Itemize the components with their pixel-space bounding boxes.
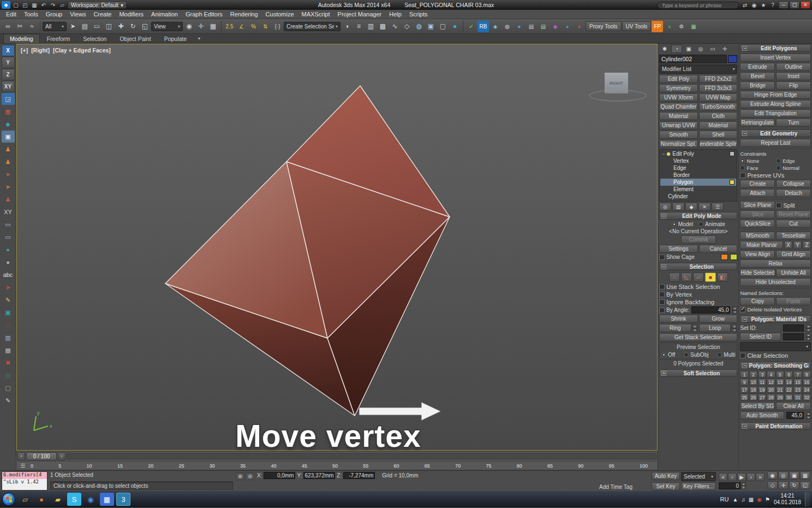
stack-subitem-vertex[interactable]: Vertex [660, 157, 736, 164]
taskbar-explorer-icon[interactable]: ▱ [18, 493, 32, 506]
maximize-viewport-icon[interactable]: ◱ [800, 481, 810, 489]
start-button[interactable] [2, 493, 15, 506]
attach-button[interactable]: Attach [740, 189, 775, 197]
preview-subobj-radio[interactable]: SubObj [684, 352, 708, 358]
modifier-preset-button[interactable]: Edit Poly [659, 75, 698, 83]
taskbar-browser-icon[interactable]: ● [34, 493, 49, 506]
modifier-preset-button[interactable]: Normalize Spl. [659, 140, 698, 148]
smoothing-group-button[interactable]: 12 [767, 379, 775, 386]
smoothing-group-button[interactable]: 22 [785, 386, 793, 393]
set-id-spinner[interactable]: ▴▾ [806, 324, 811, 332]
stack-subitem-edge[interactable]: Edge [660, 164, 736, 172]
key-filters-button[interactable]: Key Filters... [681, 482, 716, 491]
vertex-subobject-icon[interactable]: ∴ [669, 273, 680, 282]
script-chart-icon[interactable]: ▥ [2, 332, 15, 344]
clear-selection-checkbox[interactable]: Clear Selection [740, 352, 811, 359]
axis-constraint-button[interactable]: X [2, 45, 15, 56]
modifier-preset-button[interactable]: Quad Chamfer [659, 103, 698, 111]
ribbon-tab[interactable]: Modeling [3, 34, 40, 43]
create-tab-icon[interactable]: ✱ [659, 45, 670, 53]
smoothing-group-button[interactable]: 23 [793, 386, 802, 393]
isolate-selection-icon[interactable]: ⊛ [236, 472, 244, 480]
rollout-header-material-ids[interactable]: −Polygon: Material IDs [740, 315, 811, 323]
menu-item[interactable]: Help [385, 11, 405, 17]
menu-item[interactable]: Project Manager [334, 11, 386, 17]
smoothing-group-button[interactable]: 14 [785, 379, 793, 386]
menu-item[interactable]: Customize [262, 11, 298, 17]
set-id-field[interactable] [783, 324, 804, 332]
graphite-ribbon-icon[interactable]: ▩ [377, 21, 389, 32]
bind-to-space-warp-icon[interactable]: ≈ [26, 21, 38, 32]
ring-spinner[interactable]: ▴▾ [692, 324, 697, 332]
spinner-snap-icon[interactable]: ⇅ [260, 21, 271, 32]
clear-all-button[interactable]: Clear All [776, 402, 811, 410]
planar-z-button[interactable]: Z [803, 241, 811, 249]
script-teal2-icon[interactable]: ◇ [2, 369, 15, 381]
taskbar-folder-icon[interactable]: ▰ [51, 493, 65, 506]
stack-toggle-box[interactable] [730, 151, 735, 156]
key-mode-dropdown[interactable]: Selected▾ [681, 472, 716, 481]
script-arrow2-icon[interactable]: ➤ [2, 181, 15, 193]
script-person1-icon[interactable]: ♟ [2, 143, 15, 155]
script-active-tool-icon[interactable]: ▣ [2, 131, 15, 143]
teapot-plugin-icon[interactable]: ◕ [562, 21, 573, 32]
menu-item[interactable]: MAXScript [298, 11, 334, 17]
use-pivot-point-center-icon[interactable]: ◉ [183, 21, 195, 32]
rollout-header-smoothing-groups[interactable]: −Polygon: Smoothing Groups [740, 362, 811, 369]
curve-editor-icon[interactable]: ∿ [389, 21, 401, 32]
material-id-name-dropdown[interactable]: ▾ [740, 342, 811, 351]
preview-off-radio[interactable]: Off [661, 352, 675, 358]
search-input[interactable] [657, 2, 739, 9]
maxscript-mini-listener[interactable]: 6.modifiers[4 "sLib v 1.42 [2, 471, 47, 491]
ribbon-tab[interactable]: Populate [158, 34, 193, 43]
object-color-swatch[interactable] [728, 55, 737, 63]
open-file-icon[interactable]: ◰ [21, 1, 29, 9]
time-slider[interactable]: ‹ 0 / 100 › [16, 451, 658, 461]
script-arrow1-icon[interactable]: ➤ [2, 168, 15, 180]
go-to-end-button[interactable]: » [756, 473, 765, 481]
insert-vertex-button[interactable]: Insert Vertex [740, 54, 811, 62]
get-stack-selection-button[interactable]: Get Stack Selection [659, 333, 737, 341]
previous-frame-button[interactable]: ‹ [728, 473, 737, 481]
rectangular-selection-region-icon[interactable]: ▭ [91, 21, 103, 32]
make-unique-icon[interactable]: ◆ [685, 203, 697, 211]
display-tab-icon[interactable]: ▭ [707, 45, 718, 53]
zoom-extents-icon[interactable]: ▣ [789, 471, 799, 480]
slice-button[interactable]: Slice [740, 210, 775, 218]
select-object-icon[interactable]: ➤ [67, 21, 79, 32]
rollout-header-edit-polygons[interactable]: −Edit Polygons [740, 44, 811, 52]
delete-isolated-vertices-checkbox[interactable]: Delete Isolated Vertices [740, 306, 811, 312]
render-production-icon[interactable]: ● [449, 21, 461, 32]
wrench-icon[interactable]: ⚙ [676, 21, 687, 32]
smoothing-group-button[interactable]: 13 [776, 379, 784, 386]
axis-constraint-button[interactable]: Y [2, 57, 15, 68]
menu-item[interactable]: Graph Editors [182, 11, 226, 17]
zoom-icon[interactable]: ◉ [767, 471, 778, 480]
select-and-link-icon[interactable]: ∞ [2, 21, 14, 32]
script-dots-icon[interactable]: ∴ [2, 319, 15, 331]
keyboard-shortcut-override-icon[interactable]: ▦ [207, 21, 219, 32]
taskbar-3dsmax-icon[interactable]: 3 [116, 493, 130, 506]
next-frame-button[interactable]: › [747, 473, 755, 481]
configure-modifier-sets-icon[interactable]: ☰ [712, 203, 724, 211]
tree-plugin-icon[interactable]: ♠ [664, 21, 675, 32]
menu-item[interactable]: Views [66, 11, 89, 17]
motion-tab-icon[interactable]: ◎ [695, 45, 706, 53]
named-selection-set-dropdown[interactable]: Create Selection Set▾ [284, 22, 341, 31]
script-monitor1-icon[interactable]: ▭ [2, 218, 15, 231]
x-coordinate-field[interactable]: 0,0mm [264, 472, 295, 479]
msmooth-button[interactable]: MSmooth [740, 232, 775, 240]
selection-filter-dropdown[interactable]: All▾ [43, 22, 67, 31]
smoothing-group-button[interactable]: 25 [740, 394, 748, 401]
window-crossing-icon[interactable]: ◫ [103, 21, 115, 32]
stack-toggle-box[interactable] [730, 180, 735, 185]
smoothing-group-button[interactable]: 32 [803, 394, 811, 401]
settings-button[interactable]: Settings [659, 245, 698, 253]
search-icon[interactable]: ◉ [750, 1, 759, 9]
orbit-icon[interactable]: ↻ [789, 481, 799, 489]
taskbar-clock[interactable]: 14:21 04.01.2018 [774, 493, 801, 506]
language-indicator[interactable]: RU [720, 496, 729, 503]
ring-button[interactable]: Ring [659, 324, 691, 332]
drop-plugin-icon[interactable]: ● [514, 21, 525, 32]
select-and-manipulate-icon[interactable]: ✛ [195, 21, 207, 32]
